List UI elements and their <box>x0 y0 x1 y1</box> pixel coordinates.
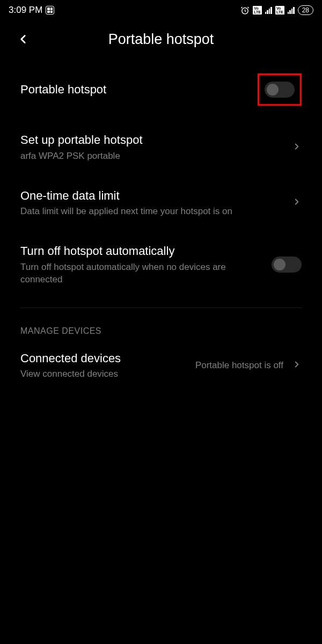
back-button[interactable] <box>16 32 30 48</box>
status-left: 3:09 PM <box>9 5 54 16</box>
status-bar: 3:09 PM VoLTE VoLTE 28 <box>0 0 322 18</box>
auto-off-toggle[interactable] <box>272 257 302 273</box>
signal-icon-2 <box>288 7 295 14</box>
chevron-right-icon <box>292 142 302 153</box>
row-auto-off[interactable]: Turn off hotspot automatically Turn off … <box>11 229 311 296</box>
row-setup-hotspot[interactable]: Set up portable hotspot arfa WPA2 PSK po… <box>11 116 311 173</box>
highlight-annotation <box>258 74 302 106</box>
setup-sub: arfa WPA2 PSK portable <box>20 150 281 163</box>
chevron-right-icon <box>292 197 302 209</box>
hotspot-toggle-label: Portable hotspot <box>20 82 251 98</box>
row-connected-devices[interactable]: Connected devices View connected devices… <box>11 340 311 392</box>
volte-icon-1: VoLTE <box>253 6 262 14</box>
row-portable-hotspot[interactable]: Portable hotspot <box>11 63 311 116</box>
limit-sub: Data limit will be applied next time you… <box>20 206 281 218</box>
connected-sub: View connected devices <box>20 368 189 380</box>
volte-icon-2: VoLTE <box>275 6 284 14</box>
status-right: VoLTE VoLTE 28 <box>240 5 313 15</box>
alarm-icon <box>240 6 250 15</box>
hotspot-toggle[interactable] <box>265 82 295 98</box>
section-manage-devices: MANAGE DEVICES <box>11 308 311 340</box>
setup-title: Set up portable hotspot <box>20 133 281 148</box>
signal-icon-1 <box>265 7 272 14</box>
auto-off-title: Turn off hotspot automatically <box>20 244 265 259</box>
battery-indicator: 28 <box>298 5 313 15</box>
chevron-right-icon <box>292 360 302 371</box>
page-header: Portable hotspot <box>0 18 322 63</box>
auto-off-sub: Turn off hotspot automatically when no d… <box>20 261 265 286</box>
connected-status: Portable hotspot is off <box>195 360 283 371</box>
connected-title: Connected devices <box>20 351 189 367</box>
row-data-limit[interactable]: One-time data limit Data limit will be a… <box>11 173 311 229</box>
page-title: Portable hotspot <box>11 31 311 48</box>
status-time: 3:09 PM <box>9 5 42 16</box>
limit-title: One-time data limit <box>20 188 281 204</box>
grid-app-icon <box>46 6 54 14</box>
